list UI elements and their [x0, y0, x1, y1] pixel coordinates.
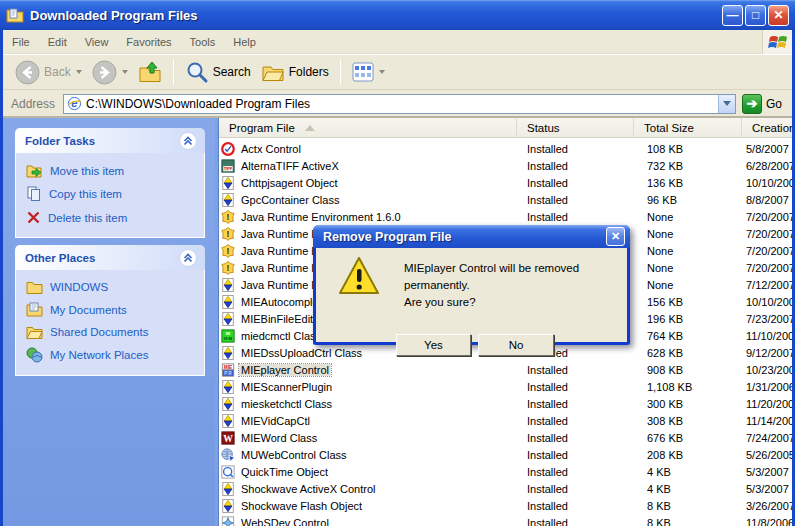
- program-total-size: 908 KB: [647, 361, 742, 378]
- table-row[interactable]: MIEP:R MIEplayer Control Installed 908 K…: [219, 361, 792, 378]
- toolbar: Back Search Folders: [3, 54, 792, 90]
- program-status: Installed: [527, 378, 634, 395]
- go-button[interactable]: ➔ Go: [742, 94, 788, 114]
- table-row[interactable]: MUWebControl Class Installed 208 KB 5/26…: [219, 446, 792, 463]
- sort-ascending-icon: [305, 125, 315, 131]
- back-label: Back: [44, 65, 71, 79]
- sidebar-item-windows[interactable]: WINDOWS: [26, 280, 198, 294]
- address-label: Address: [7, 97, 63, 111]
- program-status: Installed: [527, 497, 634, 514]
- menu-bar: File Edit View Favorites Tools Help: [3, 30, 792, 54]
- table-row[interactable]: MIEVidCapCtl Installed 308 KB 11/14/200: [219, 412, 792, 429]
- program-total-size: 732 KB: [647, 157, 742, 174]
- no-button[interactable]: No: [478, 334, 554, 356]
- menu-tools[interactable]: Tools: [181, 32, 225, 52]
- program-creation-date: 7/23/2007: [746, 310, 792, 327]
- sidebar-item-my-network-places[interactable]: My Network Places: [26, 347, 198, 363]
- table-row[interactable]: QuickTime Object Installed 4 KB 5/3/2007: [219, 463, 792, 480]
- svg-text:W: W: [223, 432, 233, 443]
- program-status: Installed: [527, 429, 634, 446]
- program-total-size: 208 KB: [647, 446, 742, 463]
- other-places-header[interactable]: Other Places: [15, 245, 205, 270]
- shared-documents-icon: [26, 325, 43, 339]
- svg-text:TIFF: TIFF: [224, 166, 233, 171]
- column-header-total-size[interactable]: Total Size: [634, 118, 742, 138]
- yes-button[interactable]: Yes: [396, 334, 471, 356]
- table-row[interactable]: Chttpjsagent Object Installed 136 KB 10/…: [219, 174, 792, 191]
- sidebar-item-move[interactable]: Move this item: [26, 163, 198, 178]
- svg-text:P:R: P:R: [224, 371, 232, 376]
- svg-text:IX:M: IX:M: [224, 336, 232, 341]
- word-icon: W: [221, 431, 235, 445]
- menu-help[interactable]: Help: [224, 32, 265, 52]
- column-header-creation-date[interactable]: Creation: [742, 118, 792, 138]
- table-row[interactable]: WebSDev Control Installed 8 KB 11/8/2006: [219, 514, 792, 526]
- forward-button[interactable]: [88, 57, 132, 88]
- folder-program-icon: [6, 7, 24, 23]
- minimize-button[interactable]: —: [722, 5, 743, 26]
- menu-favorites[interactable]: Favorites: [117, 32, 180, 52]
- menu-file[interactable]: File: [3, 32, 39, 52]
- quicktime-icon: [221, 465, 235, 479]
- close-button[interactable]: ✕: [768, 5, 789, 26]
- search-button[interactable]: Search: [181, 57, 255, 87]
- column-label: Creation: [752, 122, 792, 134]
- program-total-size: None: [647, 259, 742, 276]
- delete-item-icon: [26, 210, 41, 225]
- maximize-button[interactable]: □: [745, 5, 766, 26]
- program-status: Installed: [527, 514, 634, 526]
- program-file-name: miedcmctl Class: [239, 330, 323, 342]
- collapse-chevron-icon[interactable]: [179, 132, 197, 150]
- program-status: Installed: [527, 463, 634, 480]
- table-row[interactable]: miesketchctl Class Installed 300 KB 11/2…: [219, 395, 792, 412]
- program-total-size: 4 KB: [647, 463, 742, 480]
- sidebar-item-shared-documents[interactable]: Shared Documents: [26, 325, 198, 339]
- dialog-message-line2: Are you sure?: [404, 294, 627, 311]
- program-status: Installed: [527, 174, 634, 191]
- folder-tasks-title: Folder Tasks: [25, 135, 95, 147]
- sidebar-item-delete[interactable]: Delete this item: [26, 210, 198, 225]
- activex-gem-icon: [221, 397, 235, 411]
- program-creation-date: 7/12/2007: [746, 276, 792, 293]
- back-button[interactable]: Back: [11, 57, 86, 88]
- views-button[interactable]: [348, 58, 389, 86]
- dialog-close-icon[interactable]: ✕: [606, 227, 625, 246]
- program-creation-date: 7/20/2007: [746, 225, 792, 242]
- table-row[interactable]: ! Java Runtime Environment 1.6.0 Install…: [219, 208, 792, 225]
- program-status: Installed: [527, 361, 634, 378]
- address-input[interactable]: e C:\WINDOWS\Downloaded Program Files: [63, 94, 736, 114]
- table-row[interactable]: Actx Control Installed 108 KB 5/8/2007: [219, 140, 792, 157]
- address-dropdown-button[interactable]: [718, 95, 735, 113]
- task-pane: Folder Tasks Move this item Copy this it…: [3, 118, 215, 526]
- program-total-size: 676 KB: [647, 429, 742, 446]
- address-path: C:\WINDOWS\Downloaded Program Files: [86, 97, 310, 111]
- program-total-size: 108 KB: [647, 140, 742, 157]
- table-row[interactable]: TIFF AlternaTIFF ActiveX Installed 732 K…: [219, 157, 792, 174]
- table-row[interactable]: W MIEWord Class Installed 676 KB 7/24/20…: [219, 429, 792, 446]
- program-total-size: 196 KB: [647, 310, 742, 327]
- toolbar-separator: [173, 59, 174, 85]
- folder-icon: [26, 280, 43, 294]
- menu-edit[interactable]: Edit: [39, 32, 76, 52]
- back-dropdown-caret[interactable]: [76, 70, 82, 74]
- collapse-chevron-icon[interactable]: [179, 249, 197, 267]
- sidebar-item-label: WINDOWS: [50, 281, 108, 293]
- folder-tasks-header[interactable]: Folder Tasks: [15, 128, 205, 153]
- up-button[interactable]: [134, 57, 166, 87]
- program-creation-date: 5/3/2007: [746, 463, 792, 480]
- menu-view[interactable]: View: [76, 32, 118, 52]
- column-header-program-file[interactable]: Program File: [219, 118, 517, 138]
- views-dropdown-caret[interactable]: [379, 70, 385, 74]
- forward-dropdown-caret[interactable]: [122, 70, 128, 74]
- table-row[interactable]: Shockwave ActiveX Control Installed 4 KB…: [219, 480, 792, 497]
- program-status: Installed: [527, 140, 634, 157]
- sidebar-item-my-documents[interactable]: My Documents: [26, 302, 198, 317]
- column-header-status[interactable]: Status: [517, 118, 634, 138]
- go-label: Go: [766, 97, 782, 111]
- table-row[interactable]: Shockwave Flash Object Installed 8 KB 3/…: [219, 497, 792, 514]
- views-grid-icon: [352, 61, 374, 83]
- table-row[interactable]: GpcContainer Class Installed 96 KB 8/8/2…: [219, 191, 792, 208]
- table-row[interactable]: MIEScannerPlugin Installed 1,108 KB 1/31…: [219, 378, 792, 395]
- sidebar-item-copy[interactable]: Copy this item: [26, 186, 198, 202]
- folders-button[interactable]: Folders: [257, 57, 333, 87]
